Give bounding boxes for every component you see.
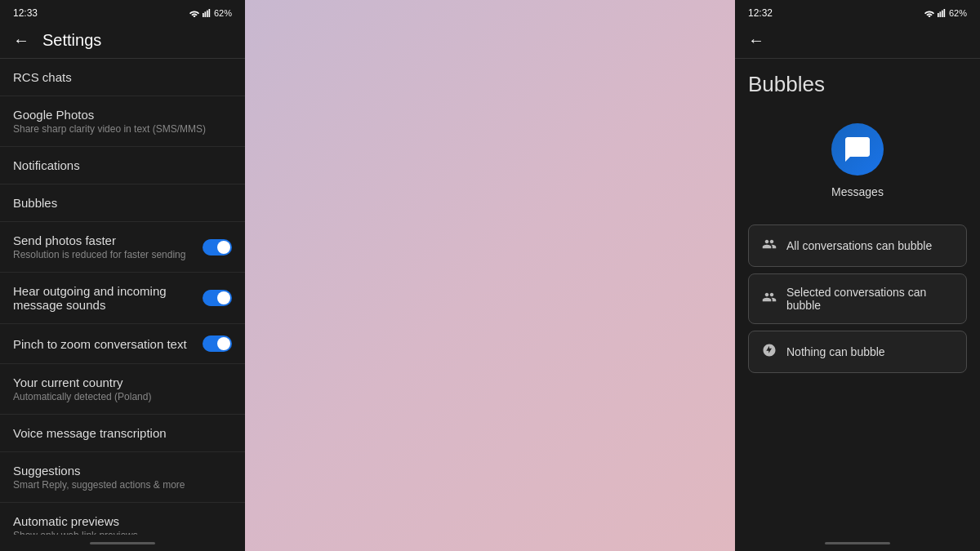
settings-item-message-sounds[interactable]: Hear outgoing and incoming message sound… bbox=[0, 273, 245, 324]
messages-app-label: Messages bbox=[831, 185, 884, 198]
phone-1: 12:33 62% ← Settings RCS chats bbox=[0, 0, 245, 551]
phone-1-wrapper: 12:33 62% ← Settings RCS chats bbox=[0, 0, 245, 551]
selected-conversations-icon bbox=[762, 290, 777, 308]
svg-rect-7 bbox=[942, 11, 943, 17]
svg-rect-6 bbox=[939, 11, 941, 17]
bubbles-content: Bubbles Messages All conversatio bbox=[735, 59, 980, 535]
phone-2-wrapper: 12:32 62% ← Bubbles bbox=[735, 0, 980, 551]
notifications-title: Notifications bbox=[13, 158, 80, 172]
home-bar-1 bbox=[90, 542, 155, 544]
bottom-indicator-2 bbox=[735, 535, 980, 551]
suggestions-title: Suggestions bbox=[13, 464, 185, 478]
send-photos-title: Send photos faster bbox=[13, 233, 185, 247]
phone-2: 12:32 62% ← Bubbles bbox=[735, 0, 980, 551]
svg-rect-3 bbox=[208, 9, 210, 17]
svg-rect-8 bbox=[943, 9, 945, 17]
signal-icon-2 bbox=[938, 9, 946, 17]
bubble-option-all[interactable]: All conversations can bubble bbox=[748, 224, 967, 267]
auto-previews-title: Automatic previews bbox=[13, 514, 138, 528]
settings-item-auto-previews[interactable]: Automatic previews Show only web link pr… bbox=[0, 503, 245, 535]
country-title: Your current country bbox=[13, 375, 151, 389]
settings-item-send-photos[interactable]: Send photos faster Resolution is reduced… bbox=[0, 222, 245, 273]
home-bar-2 bbox=[825, 542, 890, 544]
all-conversations-text: All conversations can bubble bbox=[786, 239, 932, 252]
status-time-1: 12:33 bbox=[13, 7, 38, 19]
svg-rect-1 bbox=[204, 11, 206, 17]
bubble-options-list: All conversations can bubble Selected co… bbox=[735, 218, 980, 380]
svg-rect-2 bbox=[207, 11, 208, 17]
settings-item-voice[interactable]: Voice message transcription bbox=[0, 415, 245, 452]
pinch-zoom-toggle[interactable] bbox=[203, 335, 232, 352]
back-button-2[interactable]: ← bbox=[748, 31, 764, 50]
settings-list: RCS chats Google Photos Share sharp clar… bbox=[0, 59, 245, 535]
svg-rect-5 bbox=[938, 13, 939, 17]
messages-app-icon bbox=[831, 123, 884, 176]
message-sounds-title: Hear outgoing and incoming message sound… bbox=[13, 284, 193, 312]
nothing-bubble-icon bbox=[762, 343, 777, 361]
settings-item-suggestions[interactable]: Suggestions Smart Reply, suggested actio… bbox=[0, 452, 245, 503]
status-time-2: 12:32 bbox=[748, 7, 773, 19]
background-gap bbox=[245, 0, 735, 551]
back-button-1[interactable]: ← bbox=[13, 31, 29, 50]
settings-item-country[interactable]: Your current country Automatically detec… bbox=[0, 364, 245, 415]
page-title: Bubbles bbox=[748, 72, 967, 97]
page-title-area: Bubbles bbox=[735, 59, 980, 97]
send-photos-toggle[interactable] bbox=[203, 239, 232, 256]
country-subtitle: Automatically detected (Poland) bbox=[13, 391, 151, 402]
app-bar-2: ← bbox=[735, 23, 980, 58]
bubbles-app-icon-area: Messages bbox=[735, 97, 980, 218]
status-bar-2: 12:32 62% bbox=[735, 0, 980, 23]
nothing-bubble-text: Nothing can bubble bbox=[786, 345, 885, 358]
status-bar-1: 12:33 62% bbox=[0, 0, 245, 23]
bottom-indicator-1 bbox=[0, 535, 245, 551]
settings-title: Settings bbox=[42, 31, 101, 50]
bubble-option-selected[interactable]: Selected conversations can bubble bbox=[748, 273, 967, 324]
voice-title: Voice message transcription bbox=[13, 426, 167, 440]
suggestions-subtitle: Smart Reply, suggested actions & more bbox=[13, 479, 185, 491]
wifi-icon-2 bbox=[924, 9, 934, 17]
settings-item-pinch-zoom[interactable]: Pinch to zoom conversation text bbox=[0, 324, 245, 364]
settings-item-google-photos[interactable]: Google Photos Share sharp clarity video … bbox=[0, 96, 245, 147]
google-photos-subtitle: Share sharp clarity video in text (SMS/M… bbox=[13, 123, 206, 135]
wifi-icon-1 bbox=[189, 9, 199, 17]
signal-icon-1 bbox=[203, 9, 211, 17]
send-photos-subtitle: Resolution is reduced for faster sending bbox=[13, 249, 185, 260]
status-icons-2: 62% bbox=[924, 8, 967, 18]
app-bar-1: ← Settings bbox=[0, 23, 245, 58]
messages-icon bbox=[843, 135, 872, 164]
selected-conversations-text: Selected conversations can bubble bbox=[786, 286, 953, 312]
status-icons-1: 62% bbox=[189, 8, 232, 18]
message-sounds-toggle[interactable] bbox=[203, 290, 232, 306]
battery-2: 62% bbox=[949, 8, 967, 18]
svg-rect-0 bbox=[203, 13, 204, 17]
bubble-option-nothing[interactable]: Nothing can bubble bbox=[748, 331, 967, 373]
settings-item-rcs[interactable]: RCS chats bbox=[0, 59, 245, 96]
battery-1: 62% bbox=[214, 8, 232, 18]
pinch-zoom-title: Pinch to zoom conversation text bbox=[13, 337, 193, 351]
bubbles-title: Bubbles bbox=[13, 196, 57, 210]
settings-item-bubbles[interactable]: Bubbles bbox=[0, 184, 245, 222]
all-conversations-icon bbox=[762, 237, 777, 255]
rcs-title: RCS chats bbox=[13, 70, 72, 84]
settings-item-notifications[interactable]: Notifications bbox=[0, 147, 245, 184]
google-photos-title: Google Photos bbox=[13, 108, 206, 122]
